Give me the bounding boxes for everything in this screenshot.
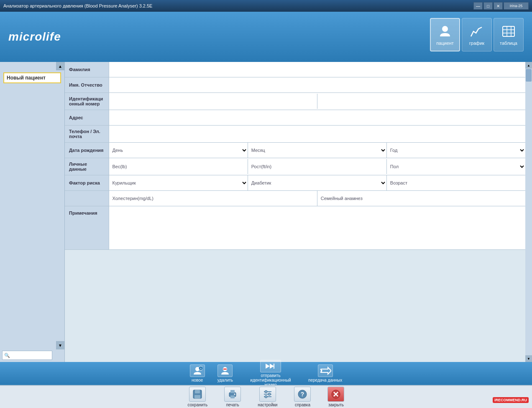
- input-risk: Курильщик Диабетик Возраст: [109, 175, 525, 191]
- svg-text:+: +: [200, 367, 202, 370]
- settings-button[interactable]: настройки: [258, 387, 277, 407]
- scroll-thumb[interactable]: [526, 69, 532, 82]
- age-part: Возраст: [387, 175, 525, 190]
- label-address: Адрес: [65, 110, 109, 126]
- height-input[interactable]: [275, 159, 386, 174]
- row-surname: Фамилия: [65, 62, 525, 77]
- svg-rect-19: [230, 395, 235, 398]
- smoker-select[interactable]: [139, 176, 248, 190]
- window-controls: — □ ✕ Irina-25: [473, 2, 529, 10]
- transfer-button[interactable]: передача данных: [308, 364, 342, 382]
- address-input[interactable]: [109, 110, 526, 125]
- save-button[interactable]: сохранить: [188, 387, 208, 407]
- sidebar: ▲ Новый пациент ▼ 🔍: [0, 62, 65, 362]
- gender-select[interactable]: [402, 159, 525, 174]
- tab-graph-label: график: [469, 41, 484, 46]
- svg-point-20: [234, 394, 235, 395]
- year-select[interactable]: [401, 143, 525, 157]
- gender-label: Пол: [387, 164, 402, 169]
- label-firstname: Имя. Отчество: [65, 77, 109, 93]
- surname-input[interactable]: [109, 62, 526, 77]
- idnumber-input1[interactable]: [109, 94, 317, 109]
- tab-table[interactable]: таблица: [494, 18, 524, 51]
- scroll-up-arrow[interactable]: ▲: [525, 62, 532, 69]
- weight-part: Вес(lb): [109, 159, 248, 174]
- age-input[interactable]: [411, 176, 525, 190]
- family-history-input[interactable]: [366, 191, 525, 205]
- help-button[interactable]: ? справка: [294, 387, 311, 407]
- family-history-label: Семейный анамнез: [317, 196, 366, 201]
- smoker-label: Курильщик: [109, 180, 139, 185]
- tab-graph[interactable]: график: [462, 18, 492, 51]
- search-box: 🔍: [2, 351, 52, 360]
- bottom-toolbar2: сохранить печать настройки: [0, 385, 532, 408]
- form-scrollbar[interactable]: ▲ ▼: [525, 62, 532, 362]
- row-idnumber: Идентификаци онный номер: [65, 93, 525, 110]
- diabetic-part: Диабетик: [248, 175, 387, 190]
- graph-icon: [469, 24, 484, 39]
- delete-icon: [217, 364, 233, 377]
- print-button[interactable]: печать: [224, 387, 241, 407]
- table-icon: [501, 24, 516, 39]
- weight-label: Вес(lb): [109, 164, 130, 169]
- label-phone: Телефон / Эл. почта: [65, 126, 109, 143]
- new-button[interactable]: + новое: [190, 364, 205, 382]
- firstname-input[interactable]: [109, 77, 526, 92]
- minimize-button[interactable]: —: [473, 2, 483, 10]
- sidebar-scroll-down[interactable]: ▼: [56, 341, 64, 349]
- maximize-button[interactable]: □: [483, 2, 493, 10]
- tab-patient[interactable]: пациент: [430, 18, 460, 51]
- form-area: Фамилия Имя. Отчество Иден: [65, 62, 532, 362]
- help-icon: ?: [294, 387, 311, 402]
- header: microlife пациент график: [0, 12, 532, 62]
- main-content: ▲ Новый пациент ▼ 🔍 Фамилия: [0, 62, 532, 362]
- weight-input[interactable]: [130, 159, 247, 174]
- idnumber-input2[interactable]: [317, 94, 525, 109]
- transfer-label: передача данных: [308, 378, 342, 382]
- logo: microlife: [8, 30, 61, 44]
- svg-rect-15: [195, 390, 200, 393]
- input-firstname: [109, 77, 525, 93]
- row-risk: Фактор риска Курильщик Диабетик: [65, 175, 525, 191]
- close-app-icon: [327, 387, 344, 402]
- input-cholesterol: Холестерин(mg/dL) Семейный анамнез: [109, 191, 525, 206]
- label-cholesterol: [65, 191, 109, 206]
- tab-table-label: таблица: [500, 41, 517, 46]
- height-label: Рост(ft/in): [248, 164, 275, 169]
- delete-button[interactable]: удалить: [217, 364, 233, 382]
- age-label: Возраст: [387, 180, 411, 185]
- year-part: Год: [387, 143, 525, 158]
- search-input[interactable]: [11, 353, 50, 358]
- month-select[interactable]: [269, 143, 386, 157]
- svg-marker-11: [266, 364, 270, 369]
- close-app-button[interactable]: закрыть: [327, 387, 344, 407]
- month-label: Месяц: [248, 148, 269, 153]
- send-id-button[interactable]: отправить идентификационный номер: [246, 360, 296, 387]
- form-scroll[interactable]: Фамилия Имя. Отчество Иден: [65, 62, 525, 362]
- new-label: новое: [192, 378, 203, 382]
- new-patient-item[interactable]: Новый пациент: [3, 72, 61, 83]
- scroll-down-arrow[interactable]: ▼: [525, 355, 532, 362]
- day-part: День: [109, 143, 248, 158]
- svg-point-25: [268, 393, 271, 395]
- close-window-button[interactable]: ✕: [494, 2, 503, 10]
- month-part: Месяц: [248, 143, 387, 158]
- input-birthdate: День Месяц Год: [109, 143, 525, 158]
- search-icon: 🔍: [4, 353, 10, 358]
- svg-rect-18: [230, 390, 235, 393]
- cholesterol-input[interactable]: [157, 191, 317, 205]
- diabetic-label: Диабетик: [248, 180, 275, 185]
- svg-point-24: [265, 390, 267, 393]
- diabetic-select[interactable]: [274, 176, 386, 190]
- input-phone: [109, 126, 525, 143]
- phone-input[interactable]: [109, 126, 526, 141]
- cholesterol-label: Холестерин(mg/dL): [109, 196, 157, 201]
- height-part: Рост(ft/in): [248, 159, 387, 174]
- sidebar-scroll-up[interactable]: ▲: [56, 62, 64, 70]
- notes-textarea[interactable]: [109, 206, 526, 248]
- input-personal: Вес(lb) Рост(ft/in) Пол: [109, 158, 525, 175]
- nav-tabs: пациент график таблица: [430, 18, 524, 51]
- row-notes: Примечания: [65, 206, 525, 250]
- patient-icon: [437, 24, 453, 39]
- day-select[interactable]: [126, 143, 248, 157]
